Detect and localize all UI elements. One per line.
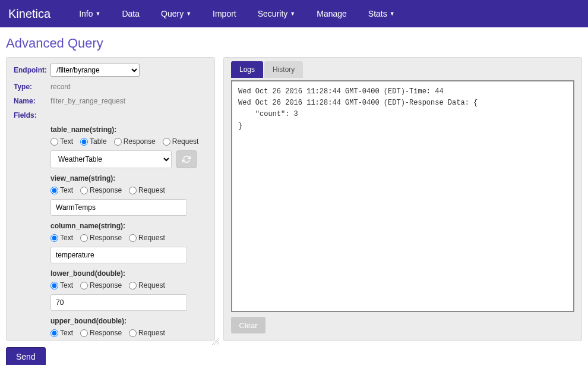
field-label-table-name: table_name(string): bbox=[50, 125, 207, 134]
tab-logs[interactable]: Logs bbox=[231, 61, 263, 78]
query-form-panel: Endpoint: /filter/byrange Type: record N… bbox=[6, 57, 215, 341]
lower-bound-input[interactable] bbox=[50, 294, 187, 311]
radio-input[interactable] bbox=[80, 282, 88, 290]
chevron-down-icon: ▼ bbox=[290, 11, 295, 17]
radio-option-request[interactable]: Request bbox=[129, 281, 165, 290]
radio-label-text: Response bbox=[90, 329, 122, 337]
radio-input[interactable] bbox=[50, 187, 58, 194]
refresh-button[interactable] bbox=[176, 150, 197, 168]
radio-input[interactable] bbox=[50, 329, 58, 337]
radio-input[interactable] bbox=[50, 234, 58, 242]
radio-input[interactable] bbox=[80, 138, 88, 146]
radio-label-text: Request bbox=[138, 186, 165, 194]
nav-item-query[interactable]: Query▼ bbox=[150, 0, 202, 27]
column-name-input[interactable] bbox=[50, 247, 187, 263]
log-output: Wed Oct 26 2016 11:28:44 GMT-0400 (EDT)-… bbox=[231, 80, 574, 312]
main-columns: Endpoint: /filter/byrange Type: record N… bbox=[0, 57, 588, 341]
radio-label-text: Response bbox=[124, 137, 156, 146]
radio-label-text: Text bbox=[60, 137, 73, 146]
radio-input[interactable] bbox=[80, 187, 88, 194]
radio-label-text: Text bbox=[60, 234, 73, 242]
radio-label-text: Table bbox=[90, 137, 107, 146]
send-button[interactable]: Send bbox=[6, 347, 46, 365]
nav-item-data[interactable]: Data bbox=[111, 0, 150, 27]
radio-input[interactable] bbox=[50, 138, 58, 146]
radio-row-column-name: TextResponseRequest bbox=[50, 234, 207, 242]
resize-handle-icon[interactable] bbox=[212, 338, 219, 345]
nav-item-import[interactable]: Import bbox=[202, 0, 247, 27]
radio-input[interactable] bbox=[80, 234, 88, 242]
radio-option-response[interactable]: Response bbox=[80, 329, 122, 337]
radio-label-text: Response bbox=[90, 281, 122, 290]
radio-row-table-name: TextTableResponseRequest bbox=[50, 137, 207, 146]
radio-option-response[interactable]: Response bbox=[80, 186, 122, 194]
radio-option-request[interactable]: Request bbox=[129, 186, 165, 194]
radio-option-response[interactable]: Response bbox=[114, 137, 156, 146]
name-value: filter_by_range_request bbox=[50, 97, 125, 105]
navbar: Kinetica Info▼DataQuery▼ImportSecurity▼M… bbox=[0, 0, 588, 27]
radio-option-response[interactable]: Response bbox=[80, 234, 122, 242]
output-tabs: Logs History bbox=[231, 61, 574, 78]
radio-input[interactable] bbox=[129, 282, 137, 290]
radio-label-text: Request bbox=[138, 329, 165, 337]
radio-input[interactable] bbox=[129, 234, 137, 242]
fields-label: Fields: bbox=[14, 111, 50, 119]
radio-input[interactable] bbox=[50, 282, 58, 290]
radio-option-text[interactable]: Text bbox=[50, 329, 73, 337]
radio-label-text: Response bbox=[90, 234, 122, 242]
radio-row-lower-bound: TextResponseRequest bbox=[50, 281, 207, 290]
nav-item-security[interactable]: Security▼ bbox=[247, 0, 306, 27]
field-label-lower-bound: lower_bound(double): bbox=[50, 269, 207, 278]
radio-label-text: Text bbox=[60, 186, 73, 194]
radio-option-request[interactable]: Request bbox=[163, 137, 199, 146]
radio-row-upper-bound: TextResponseRequest bbox=[50, 329, 207, 337]
refresh-icon bbox=[182, 155, 191, 163]
field-label-upper-bound: upper_bound(double): bbox=[50, 317, 207, 325]
table-name-select[interactable]: WeatherTable bbox=[50, 150, 172, 168]
radio-option-request[interactable]: Request bbox=[129, 329, 165, 337]
radio-input[interactable] bbox=[129, 329, 137, 337]
tab-history[interactable]: History bbox=[264, 61, 303, 78]
radio-label-text: Text bbox=[60, 281, 73, 290]
radio-option-text[interactable]: Text bbox=[50, 281, 73, 290]
radio-input[interactable] bbox=[80, 329, 88, 337]
chevron-down-icon: ▼ bbox=[390, 11, 395, 17]
radio-option-request[interactable]: Request bbox=[129, 234, 165, 242]
radio-label-text: Response bbox=[90, 186, 122, 194]
radio-option-text[interactable]: Text bbox=[50, 186, 73, 194]
name-label: Name: bbox=[14, 97, 50, 105]
radio-label-text: Request bbox=[138, 281, 165, 290]
field-label-column-name: column_name(string): bbox=[50, 222, 207, 230]
page-title: Advanced Query bbox=[0, 27, 588, 57]
type-value: record bbox=[50, 83, 71, 91]
radio-option-response[interactable]: Response bbox=[80, 281, 122, 290]
radio-row-view-name: TextResponseRequest bbox=[50, 186, 207, 194]
radio-input[interactable] bbox=[129, 187, 137, 194]
type-label: Type: bbox=[14, 83, 50, 91]
field-label-view-name: view_name(string): bbox=[50, 174, 207, 182]
radio-input[interactable] bbox=[114, 138, 122, 146]
radio-label-text: Text bbox=[60, 329, 73, 337]
radio-option-text[interactable]: Text bbox=[50, 234, 73, 242]
clear-button[interactable]: Clear bbox=[231, 317, 265, 333]
nav-item-stats[interactable]: Stats▼ bbox=[358, 0, 406, 27]
endpoint-select[interactable]: /filter/byrange bbox=[50, 64, 140, 77]
radio-label-text: Request bbox=[138, 234, 165, 242]
chevron-down-icon: ▼ bbox=[186, 11, 191, 17]
endpoint-label: Endpoint: bbox=[14, 66, 50, 74]
chevron-down-icon: ▼ bbox=[96, 11, 101, 17]
radio-option-table[interactable]: Table bbox=[80, 137, 107, 146]
radio-label-text: Request bbox=[172, 137, 199, 146]
nav-item-manage[interactable]: Manage bbox=[306, 0, 358, 27]
radio-input[interactable] bbox=[163, 138, 170, 146]
view-name-input[interactable] bbox=[50, 199, 187, 216]
output-panel: Logs History Wed Oct 26 2016 11:28:44 GM… bbox=[223, 57, 582, 341]
radio-option-text[interactable]: Text bbox=[50, 137, 73, 146]
brand: Kinetica bbox=[8, 7, 50, 21]
nav-item-info[interactable]: Info▼ bbox=[68, 0, 111, 27]
